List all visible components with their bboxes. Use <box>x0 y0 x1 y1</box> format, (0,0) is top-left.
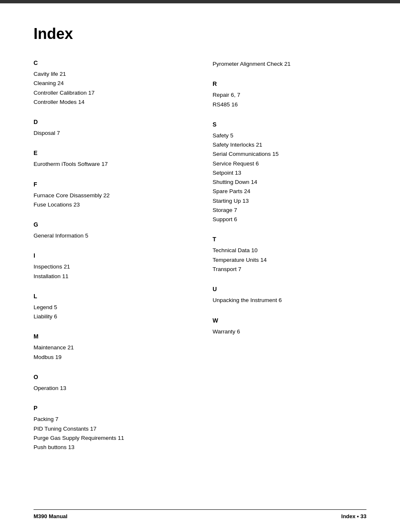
section-letter: R <box>213 80 366 87</box>
index-entry: RS485 16 <box>213 100 366 109</box>
index-entry: Furnace Core Disassembly 22 <box>34 191 187 200</box>
index-entry: Temperature Units 14 <box>213 256 366 265</box>
index-entry: Controller Modes 14 <box>34 98 187 107</box>
index-entry: Transport 7 <box>213 265 366 274</box>
top-bar <box>0 0 400 3</box>
index-entry: Modbus 19 <box>34 353 187 362</box>
section-letter: E <box>34 150 187 156</box>
index-entry: Eurotherm iTools Software 17 <box>34 160 187 169</box>
section-items: Unpacking the Instrument 6 <box>213 296 366 305</box>
index-entry: Technical Data 10 <box>213 246 366 255</box>
section-letter: D <box>34 119 187 125</box>
index-entry: Pyrometer Alignment Check 21 <box>213 59 366 69</box>
index-entry: Operation 13 <box>34 384 187 393</box>
right-section-u: UUnpacking the Instrument 6 <box>213 286 366 305</box>
page-title: Index <box>34 25 366 43</box>
footer-manual-name: M390 Manual <box>34 513 68 519</box>
section-letter: G <box>34 221 187 228</box>
index-entry: Service Request 6 <box>213 159 366 168</box>
index-entry: Cavity life 21 <box>34 70 187 79</box>
section-letter: O <box>34 374 187 380</box>
right-section-t: TTechnical Data 10Temperature Units 14Tr… <box>213 236 366 274</box>
section-letter: C <box>34 59 187 66</box>
left-section-p: PPacking 7PID Tuning Constants 17Purge G… <box>34 405 187 452</box>
columns-container: CCavity life 21Cleaning 24Controller Cal… <box>34 59 366 464</box>
section-letter: L <box>34 293 187 300</box>
section-items: Packing 7PID Tuning Constants 17Purge Ga… <box>34 415 187 452</box>
left-section-f: FFurnace Core Disassembly 22Fuse Locatio… <box>34 181 187 210</box>
section-letter: F <box>34 181 187 188</box>
index-entry: Controller Calibration 17 <box>34 88 187 98</box>
index-entry: Repair 6, 7 <box>213 90 366 100</box>
index-entry: General Information 5 <box>34 231 187 240</box>
index-entry: Maintenance 21 <box>34 343 187 352</box>
footer: M390 Manual Index • 33 <box>34 509 366 519</box>
right-section-w: WWarranty 6 <box>213 317 366 336</box>
section-items: Furnace Core Disassembly 22Fuse Location… <box>34 191 187 210</box>
right-section-s: SSafety 5Safety Interlocks 21Serial Comm… <box>213 121 366 225</box>
left-column: CCavity life 21Cleaning 24Controller Cal… <box>34 59 187 464</box>
section-letter: S <box>213 121 366 128</box>
left-section-i: IInspections 21Installation 11 <box>34 252 187 281</box>
index-entry: Inspections 21 <box>34 262 187 271</box>
left-section-g: GGeneral Information 5 <box>34 221 187 240</box>
section-items: Cavity life 21Cleaning 24Controller Cali… <box>34 70 187 107</box>
footer-page-number: Index • 33 <box>341 513 366 519</box>
section-letter: I <box>34 252 187 259</box>
left-section-l: LLegend 5Liability 6 <box>34 293 187 322</box>
section-items: Disposal 7 <box>34 129 187 138</box>
section-items: Pyrometer Alignment Check 21 <box>213 59 366 69</box>
index-entry: Legend 5 <box>34 303 187 312</box>
section-items: Legend 5Liability 6 <box>34 303 187 322</box>
section-items: Inspections 21Installation 11 <box>34 262 187 281</box>
right-column: Pyrometer Alignment Check 21RRepair 6, 7… <box>213 59 366 464</box>
index-entry: Storage 7 <box>213 206 366 215</box>
section-items: Technical Data 10Temperature Units 14Tra… <box>213 246 366 274</box>
right-section-continuation: Pyrometer Alignment Check 21 <box>213 59 366 69</box>
left-section-o: OOperation 13 <box>34 374 187 393</box>
section-items: Maintenance 21Modbus 19 <box>34 343 187 362</box>
section-letter: W <box>213 317 366 324</box>
left-section-e: EEurotherm iTools Software 17 <box>34 150 187 169</box>
index-entry: Packing 7 <box>34 415 187 424</box>
section-items: Repair 6, 7RS485 16 <box>213 90 366 109</box>
section-items: Safety 5Safety Interlocks 21Serial Commu… <box>213 131 366 225</box>
section-items: Operation 13 <box>34 384 187 393</box>
index-entry: Cleaning 24 <box>34 79 187 88</box>
section-items: General Information 5 <box>34 231 187 240</box>
section-items: Warranty 6 <box>213 327 366 336</box>
index-entry: Shutting Down 14 <box>213 178 366 187</box>
section-items: Eurotherm iTools Software 17 <box>34 160 187 169</box>
index-entry: Setpoint 13 <box>213 168 366 178</box>
index-entry: Serial Communications 15 <box>213 150 366 159</box>
index-entry: Starting Up 13 <box>213 196 366 206</box>
left-section-d: DDisposal 7 <box>34 119 187 138</box>
index-entry: Safety Interlocks 21 <box>213 140 366 150</box>
section-letter: U <box>213 286 366 292</box>
section-letter: P <box>34 405 187 411</box>
index-entry: Fuse Locations 23 <box>34 200 187 209</box>
index-entry: Safety 5 <box>213 131 366 140</box>
index-entry: Installation 11 <box>34 272 187 281</box>
index-entry: Support 6 <box>213 215 366 224</box>
index-entry: PID Tuning Constants 17 <box>34 424 187 434</box>
index-entry: Liability 6 <box>34 312 187 321</box>
index-entry: Purge Gas Supply Requirements 11 <box>34 434 187 443</box>
left-section-c: CCavity life 21Cleaning 24Controller Cal… <box>34 59 187 107</box>
section-letter: T <box>213 236 366 243</box>
left-section-m: MMaintenance 21Modbus 19 <box>34 333 187 362</box>
index-entry: Spare Parts 24 <box>213 187 366 196</box>
index-entry: Push buttons 13 <box>34 443 187 452</box>
right-section-r: RRepair 6, 7RS485 16 <box>213 80 366 109</box>
index-entry: Warranty 6 <box>213 327 366 336</box>
index-entry: Disposal 7 <box>34 129 187 138</box>
section-letter: M <box>34 333 187 340</box>
index-entry: Unpacking the Instrument 6 <box>213 296 366 305</box>
